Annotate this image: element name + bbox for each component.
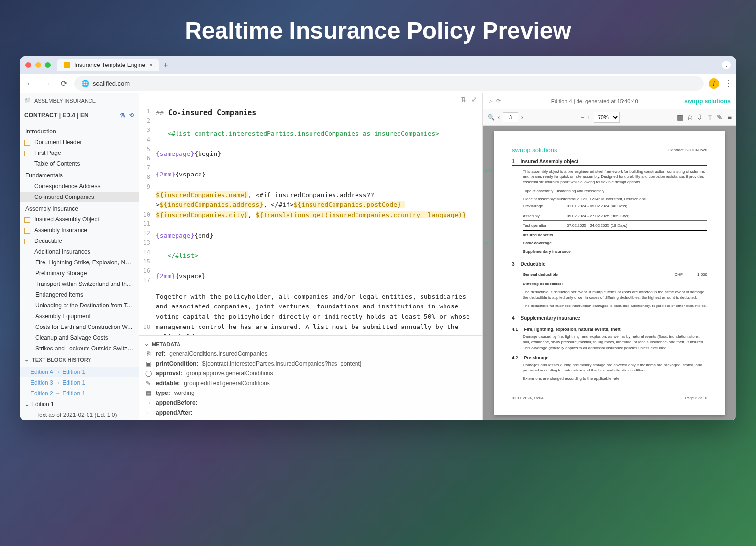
url-bar[interactable]: 🌐 scalified.com [74,76,704,91]
zoom-out-icon[interactable]: − [581,114,584,121]
tree-item[interactable]: Strikes and Lockouts Outside Switze... [20,343,139,352]
tree-item[interactable]: Table of Contents [20,158,139,169]
draw-icon[interactable]: ✎ [717,113,723,121]
code-editor[interactable]: 123456789101112131415161718 ## Co-insure… [139,105,482,335]
tree-item[interactable]: Correspondence Address [20,181,139,192]
new-tab-button[interactable]: + [163,61,168,69]
doc-body: Damage caused by fire, lightning, and ex… [523,334,707,350]
tree-section-assembly[interactable]: Assembly Insurance [20,202,139,214]
link-icon: ⎘ [144,350,152,357]
tree-item[interactable]: Assembly Insurance [20,225,139,236]
tabs-dropdown-icon[interactable]: ⌄ [722,61,731,69]
play-icon[interactable]: ▷ [489,98,492,104]
filter-icon[interactable]: ⚗ [120,112,125,119]
tree-item-selected[interactable]: Co-insured Companies [20,192,139,202]
pdf-viewport[interactable]: edit edit swupp solutions Contract P-001… [483,126,736,420]
extension-icon[interactable]: i [709,78,719,89]
sync-icon[interactable]: ⇅ [461,95,467,103]
code-arg: {begin} [194,150,221,157]
tree-item[interactable]: Unloading at the Destination from T... [20,300,139,311]
metadata-header[interactable]: ⌄METADATA [144,339,477,349]
tree-item[interactable]: Additional Insurances [20,246,139,257]
history-item[interactable]: Edition 4 → Edition 1 [20,367,139,377]
tree-item[interactable]: Assembly Equipment [20,311,139,322]
forward-button[interactable]: → [41,79,53,88]
tree-item[interactable]: Document Header [20,137,139,148]
code-var: ${insuredCompanies.address} [160,201,263,208]
doc-kv: Test operation07.02.2025 - 24.02.2025 (1… [523,222,707,229]
app-container: ASSEMBLY INSURANCE CONTRACT | ED.4 | EN … [20,93,736,420]
refresh-icon[interactable]: ⟲ [129,112,134,119]
zoom-select[interactable]: 70% [594,112,620,123]
doc-subtitle: Differing deductibles: [523,281,707,286]
doc-body: This assembly object is a pre-engineered… [523,169,707,185]
doc-section-3: 3Deductible [512,262,707,268]
tree-item[interactable]: Endangered Items [20,289,139,300]
chevron-down-icon: ⌄ [24,401,29,408]
tree-item[interactable]: First Page [20,148,139,158]
maximize-window-button[interactable] [45,62,51,68]
code-var: ${insuredCompanies.name} [156,191,248,198]
history-item[interactable]: ⌄Edition 1 [20,399,139,410]
code-content[interactable]: ## Co-insured Companies <#list contract.… [154,105,482,335]
page-prev-icon[interactable]: ‹ [498,114,500,121]
footer-page: Page 2 of 10 [685,396,707,400]
history-item[interactable]: Edition 2 → Edition 1 [20,388,139,399]
browser-menu-icon[interactable]: ⋮ [724,79,732,88]
tree-item[interactable]: Preliminary Storage [20,268,139,279]
meta-row-type: ▤type:wording [144,388,477,398]
tree-item[interactable]: Fire, Lightning Strike, Explosion, Nat..… [20,257,139,268]
close-tab-icon[interactable]: × [149,62,153,68]
reload-button[interactable]: ⟳ [58,79,69,88]
doc-footer: 01.11.2024, 16:04 Page 2 of 10 [512,396,707,400]
heading-text: Co-insured Companies [164,109,257,117]
doc-subsection: 4.1Fire, lightning, explosion, natural e… [512,327,707,332]
close-window-button[interactable] [25,62,31,68]
code-tag: {samepage} [156,150,194,157]
pdf-toolbar: 🔍 ‹ › − + 70% ▥ ⎙ ⇩ T ✎ ≡ [483,109,736,126]
history-item-sub[interactable]: Text as of 2021-02-01 (Ed. 1.0) [20,410,139,420]
zoom-in-icon[interactable]: + [587,114,591,121]
footer-date: 01.11.2024, 16:04 [512,396,544,400]
tree-item[interactable]: Transport within Switzerland and th... [20,279,139,289]
menu-icon[interactable]: ≡ [728,113,732,121]
download-icon[interactable]: ⇩ [697,113,703,121]
site-info-icon[interactable]: 🌐 [81,80,89,87]
page-fit-icon[interactable]: ▥ [677,113,683,121]
history-header[interactable]: ⌄ TEXT BLOCK HISTORY [20,352,139,367]
text-icon[interactable]: T [708,113,712,121]
expand-icon[interactable]: ⤢ [471,95,477,103]
tree-item[interactable]: Deductible [20,236,139,246]
code-paragraph: Together with the policyholder, all comp… [156,292,477,335]
search-icon[interactable]: 🔍 [488,114,495,121]
doc-section-4: 4Supplementary insurance [512,315,707,322]
page-next-icon[interactable]: › [521,114,523,121]
print-icon[interactable]: ⎙ [688,113,692,121]
tree-section-fundamentals[interactable]: Fundamentals [20,169,139,181]
titlebar: Insurance Template Engine × + ⌄ [20,56,736,74]
code-tag: {2mm} [156,272,175,280]
history-item[interactable]: Edition 3 → Edition 1 [20,377,139,388]
page-number-input[interactable] [503,112,518,122]
tree-item[interactable]: Cleanup and Salvage Costs [20,332,139,343]
tree-item[interactable]: Costs for Earth and Construction W... [20,322,139,332]
contract-selector[interactable]: CONTRACT | ED.4 | EN ⚗ ⟲ [20,108,139,123]
doc-body: Place of assembly: Musterstraße 123, 123… [523,197,707,202]
back-button[interactable]: ← [24,79,36,88]
contract-label: CONTRACT | ED.4 | EN [24,112,89,119]
tree-item[interactable]: Insured Assembly Object [20,214,139,225]
minimize-window-button[interactable] [35,62,41,68]
approval-icon: ◯ [144,370,152,377]
tree-section-intro[interactable]: Introduction [20,125,139,137]
code-arg: {end} [194,232,213,239]
edit-marker[interactable]: edit [485,168,492,173]
code-arg: {vspace} [175,171,206,178]
edit-marker[interactable]: edit [485,240,492,245]
browser-tab[interactable]: Insurance Template Engine × [57,59,159,71]
code-text: , </#if> [263,201,294,208]
brand-logo: swupp solutions [684,98,731,105]
code-text: , [248,211,256,218]
code-var: ${Translations.get(insuredCompanies.coun… [256,211,466,218]
code-tag: {samepage} [156,232,194,239]
refresh-icon[interactable]: ⟳ [496,98,501,104]
